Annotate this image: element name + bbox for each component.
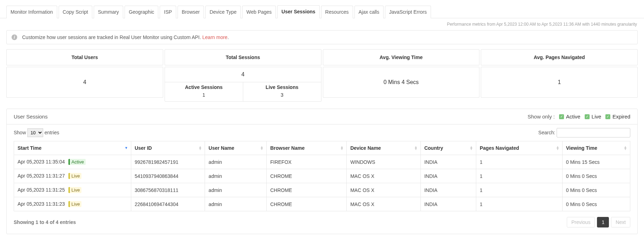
cell-country: INDIA [420, 197, 476, 211]
search-label: Search: [538, 130, 555, 135]
cell-device-name: MAC OS X [347, 197, 421, 211]
next-button[interactable]: Next [611, 217, 630, 227]
metric-avg-pages: Avg. Pages Navigated 1 [481, 49, 638, 102]
table-row[interactable]: Apr 05,2023 11:31:25 Live308675687031811… [14, 183, 630, 197]
metric-total-sessions: Total Sessions 4 Active Sessions 1 Live … [165, 49, 321, 102]
table-row[interactable]: Apr 05,2023 11:31:27 Live541093794086384… [14, 169, 630, 183]
col-device-name[interactable]: Device Name ▲▼ [347, 141, 421, 155]
filter-expired-label: Expired [612, 114, 630, 120]
col-user-name[interactable]: User Name ▲▼ [205, 141, 267, 155]
tab-monitor-information[interactable]: Monitor Information [6, 6, 57, 18]
sort-icon: ▲▼ [556, 146, 559, 150]
metric-live-sessions-label: Live Sessions [243, 84, 321, 90]
tab-summary[interactable]: Summary [94, 6, 123, 18]
checkmark-icon: ✓ [559, 114, 564, 119]
cell-browser-name: CHROME [266, 197, 346, 211]
status-badge: Live [68, 187, 82, 193]
metric-total-sessions-total: 4 [165, 67, 321, 82]
metric-avg-viewing: Avg. Viewing Time 0 Mins 4 Secs [323, 49, 480, 102]
sort-desc-icon: ▼ [125, 147, 128, 149]
cell-browser-name: CHROME [266, 183, 346, 197]
metrics-row: Total Users 4 Total Sessions 4 Active Se… [6, 49, 638, 102]
tab-browser[interactable]: Browser [178, 6, 204, 18]
show-only-label: Show only : [527, 114, 555, 120]
tab-user-sessions[interactable]: User Sessions [277, 5, 320, 18]
show-suffix: entries [45, 130, 59, 135]
cell-browser-name: FIREFOX [266, 155, 346, 169]
metric-total-sessions-label: Total Sessions [165, 49, 321, 65]
cell-device-name: MAC OS X [347, 169, 421, 183]
col-user-name-label: User Name [208, 145, 234, 151]
sort-icon: ▲▼ [470, 146, 473, 150]
cell-viewing-time: 0 Mins 15 Secs [562, 155, 630, 169]
col-device-name-label: Device Name [350, 145, 381, 151]
cell-country: INDIA [420, 169, 476, 183]
metric-avg-pages-label: Avg. Pages Navigated [481, 49, 638, 65]
col-start-time[interactable]: Start Time ▼ [14, 141, 131, 155]
sessions-table: Start Time ▼ User ID ▲▼ User Name ▲▼ Bro… [14, 141, 630, 211]
cell-pages-navigated: 1 [476, 183, 562, 197]
page-size-control: Show 10 entries [14, 128, 59, 137]
sort-icon: ▲▼ [260, 146, 264, 150]
info-banner-text: Customize how user sessions are tracked … [22, 34, 229, 40]
cell-start-time: Apr 05,2023 11:35:04 Active [14, 155, 131, 169]
metric-avg-pages-value: 1 [481, 67, 638, 98]
tab-ajax-calls[interactable]: Ajax calls [354, 6, 384, 18]
cell-country: INDIA [420, 183, 476, 197]
page-1-button[interactable]: 1 [597, 217, 609, 227]
table-row[interactable]: Apr 05,2023 11:31:23 Live226841069474430… [14, 197, 630, 211]
metric-live-sessions-value: 3 [243, 92, 321, 98]
filter-active-checkbox[interactable]: ✓ Active [559, 114, 580, 120]
status-badge: Active [68, 159, 86, 165]
filter-live-checkbox[interactable]: ✓ Live [585, 114, 602, 120]
show-prefix: Show [14, 130, 26, 135]
info-icon: i [12, 34, 17, 40]
cell-user-id: 5410937940863844 [131, 169, 205, 183]
filter-active-label: Active [566, 114, 580, 120]
sort-icon: ▲▼ [198, 146, 202, 150]
tab-resources[interactable]: Resources [321, 6, 353, 18]
col-pages-navigated-label: Pages Navigated [480, 145, 519, 151]
checkmark-icon: ✓ [585, 114, 590, 119]
search-control: Search: [538, 128, 630, 137]
tab-javascript-errors[interactable]: JavaScript Errors [385, 6, 431, 18]
metric-active-sessions-value: 1 [165, 92, 243, 98]
filter-expired-checkbox[interactable]: ✓ Expired [605, 114, 630, 120]
cell-viewing-time: 0 Mins 0 Secs [562, 183, 630, 197]
prev-button[interactable]: Previous [567, 217, 595, 227]
cell-viewing-time: 0 Mins 0 Secs [562, 169, 630, 183]
col-viewing-time[interactable]: Viewing Time ▲▼ [562, 141, 630, 155]
tab-web-pages[interactable]: Web Pages [242, 6, 276, 18]
sessions-section-title: User Sessions [14, 114, 48, 120]
table-row[interactable]: Apr 05,2023 11:35:04 Active9926781982457… [14, 155, 630, 169]
learn-more-link[interactable]: Learn more [203, 34, 228, 40]
page-size-select[interactable]: 10 [27, 128, 43, 137]
table-summary: Showing 1 to 4 of 4 entries [14, 219, 76, 225]
metric-active-sessions: Active Sessions 1 [165, 82, 243, 101]
col-browser-name[interactable]: Browser Name ▲▼ [266, 141, 346, 155]
col-pages-navigated[interactable]: Pages Navigated ▲▼ [476, 141, 562, 155]
cell-device-name: MAC OS X [347, 183, 421, 197]
search-input[interactable] [557, 128, 630, 137]
pager: Previous 1 Next [567, 217, 630, 227]
metric-total-sessions-value: 4 Active Sessions 1 Live Sessions 3 [165, 67, 321, 102]
tabs: Monitor Information Copy Script Summary … [0, 0, 644, 18]
col-viewing-time-label: Viewing Time [566, 145, 597, 151]
cell-start-time: Apr 05,2023 11:31:23 Live [14, 197, 131, 211]
metric-avg-viewing-value: 0 Mins 4 Secs [323, 67, 480, 98]
cell-device-name: WINDOWS [347, 155, 421, 169]
col-user-id[interactable]: User ID ▲▼ [131, 141, 205, 155]
tab-device-type[interactable]: Device Type [205, 6, 241, 18]
tab-copy-script[interactable]: Copy Script [59, 6, 92, 18]
cell-start-time: Apr 05,2023 11:31:27 Live [14, 169, 131, 183]
metric-total-users: Total Users 4 [6, 49, 163, 102]
cell-user-id: 2268410694744304 [131, 197, 205, 211]
cell-pages-navigated: 1 [476, 155, 562, 169]
cell-country: INDIA [420, 155, 476, 169]
col-country[interactable]: Country ▲▼ [420, 141, 476, 155]
tab-geographic[interactable]: Geographic [125, 6, 158, 18]
col-start-time-label: Start Time [18, 145, 41, 151]
cell-user-name: admin [205, 169, 267, 183]
tab-isp[interactable]: ISP [160, 6, 176, 18]
info-banner: i Customize how user sessions are tracke… [6, 30, 638, 44]
